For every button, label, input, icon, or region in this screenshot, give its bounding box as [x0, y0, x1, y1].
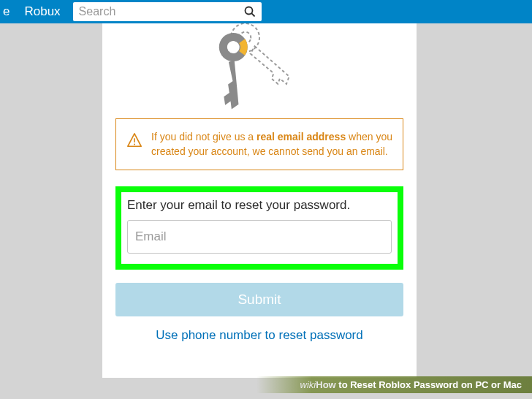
wikihow-title: to Reset Roblox Password on PC or Mac	[336, 379, 522, 390]
alert-text: If you did not give us a real email addr…	[151, 129, 392, 159]
search-icon[interactable]	[238, 6, 262, 18]
svg-point-0	[245, 7, 252, 15]
key-illustration	[115, 23, 403, 118]
highlight-box: Enter your email to reset your password.	[115, 186, 403, 270]
search-container	[73, 2, 262, 21]
use-phone-link[interactable]: Use phone number to reset password	[115, 328, 403, 343]
nav-item-partial[interactable]: e	[0, 4, 15, 19]
email-field[interactable]	[127, 220, 392, 254]
submit-button[interactable]: Submit	[115, 283, 403, 316]
reset-password-card: If you did not give us a real email addr…	[102, 23, 417, 378]
svg-line-1	[251, 13, 254, 16]
svg-point-7	[134, 143, 135, 145]
warning-icon	[126, 132, 142, 151]
search-input[interactable]	[73, 5, 238, 18]
wikihow-attribution: wikiHow to Reset Roblox Password on PC o…	[256, 376, 532, 393]
alert-box: If you did not give us a real email addr…	[115, 118, 403, 170]
wikihow-logo: wikiHow	[300, 379, 336, 390]
top-nav: e Robux	[0, 0, 532, 23]
email-prompt-label: Enter your email to reset your password.	[127, 198, 392, 213]
nav-robux[interactable]: Robux	[15, 4, 69, 19]
